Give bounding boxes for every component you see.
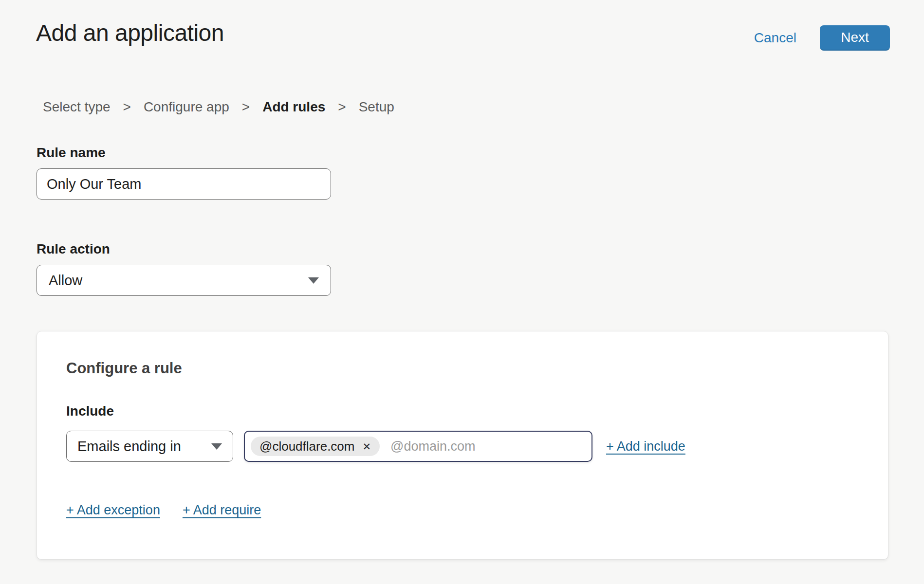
include-label: Include xyxy=(66,403,114,419)
configure-rule-card: Configure a rule Include Emails ending i… xyxy=(37,331,888,560)
email-domain-tag-label: @cloudflare.com xyxy=(259,439,354,454)
include-rule-row: Emails ending in @cloudflare.com ✕ + Add… xyxy=(66,431,685,462)
email-domain-tag-input[interactable]: @cloudflare.com ✕ xyxy=(244,431,592,462)
breadcrumb-step-select-type[interactable]: Select type xyxy=(43,99,111,115)
email-domain-entry-input[interactable] xyxy=(390,439,586,454)
rule-action-select[interactable]: Allow xyxy=(37,265,331,296)
breadcrumb-step-configure-app[interactable]: Configure app xyxy=(144,99,229,115)
chevron-down-icon xyxy=(308,277,319,284)
next-button[interactable]: Next xyxy=(820,25,890,51)
breadcrumb: Select type > Configure app > Add rules … xyxy=(43,99,394,115)
include-selector-select[interactable]: Emails ending in xyxy=(66,431,233,462)
email-domain-tag: @cloudflare.com ✕ xyxy=(251,437,380,456)
add-require-link[interactable]: + Add require xyxy=(183,503,261,518)
breadcrumb-step-add-rules: Add rules xyxy=(262,99,325,115)
page-title: Add an application xyxy=(36,19,224,46)
cancel-button[interactable]: Cancel xyxy=(754,30,796,46)
rule-name-input[interactable] xyxy=(37,168,331,200)
header-actions: Cancel Next xyxy=(754,25,890,51)
breadcrumb-separator: > xyxy=(338,99,346,115)
rule-name-label: Rule name xyxy=(37,145,106,161)
rule-extra-links: + Add exception + Add require xyxy=(66,503,261,518)
add-application-page: Add an application Cancel Next Select ty… xyxy=(0,0,924,584)
remove-tag-icon[interactable]: ✕ xyxy=(362,441,371,452)
rule-action-selected-value: Allow xyxy=(49,273,82,289)
breadcrumb-separator: > xyxy=(123,99,131,115)
rule-action-label: Rule action xyxy=(37,241,110,257)
add-include-link[interactable]: + Add include xyxy=(606,439,685,454)
configure-rule-title: Configure a rule xyxy=(66,360,182,377)
include-selector-value: Emails ending in xyxy=(77,438,181,455)
breadcrumb-step-setup[interactable]: Setup xyxy=(359,99,394,115)
add-exception-link[interactable]: + Add exception xyxy=(66,503,160,518)
chevron-down-icon xyxy=(211,443,222,450)
breadcrumb-separator: > xyxy=(242,99,250,115)
